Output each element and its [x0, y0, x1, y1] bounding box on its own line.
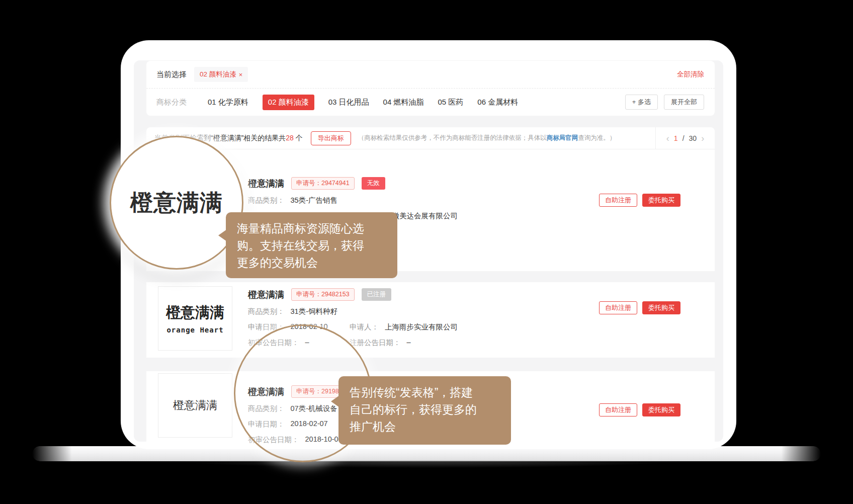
filter-card: 当前选择 02 颜料油漆 × 全部清除 商标分类 01 化学原料 02 颜料油漆… — [146, 61, 715, 116]
magnified-trademark-text: 橙意满满 — [130, 188, 223, 218]
multi-select-button[interactable]: + 多选 — [625, 95, 658, 110]
page-separator: / — [683, 134, 685, 142]
results-count-suffix: 个 — [294, 134, 303, 142]
reg-publication-col: 注册公告日期： – — [350, 338, 411, 348]
current-page: 1 — [674, 134, 678, 142]
category-item-02-selected[interactable]: 02 颜料油漆 — [263, 95, 314, 110]
result-row-2: 橙意满满 orange Heart 橙意满满 申请号：29482153 已注册 … — [146, 282, 715, 358]
applicant-col: 申请人： 上海雨步实业有限公司 — [350, 322, 458, 332]
tooltip-line: 推广机会 — [350, 418, 500, 435]
result-2-actions: 自助注册 委托购买 — [599, 301, 680, 314]
next-page-icon[interactable]: › — [701, 134, 704, 143]
category-item-04[interactable]: 04 燃料油脂 — [383, 98, 424, 107]
category-item-01[interactable]: 01 化学原料 — [208, 98, 248, 107]
remove-tag-icon[interactable]: × — [239, 71, 243, 78]
category-bar-label: 商标分类 — [156, 98, 187, 107]
trademark-image-3: 橙意满满 — [158, 373, 232, 438]
category-bar: 商标分类 01 化学原料 02 颜料油漆 03 日化用品 04 燃料油脂 05 … — [146, 88, 715, 116]
results-disclaimer: （商标检索结果仅供参考，不作为商标能否注册的法律依据；具体以商标局官网查询为准。… — [358, 134, 616, 142]
status-badge-registered: 已注册 — [362, 288, 392, 301]
trademark-image-3-text: 橙意满满 — [173, 398, 217, 413]
selected-filter-tag[interactable]: 02 颜料油漆 × — [194, 67, 248, 82]
clear-all-button[interactable]: 全部清除 — [677, 70, 704, 79]
tooltip-line: 告别传统“发表格”，搭建 — [350, 384, 500, 401]
category-item-05[interactable]: 05 医药 — [438, 98, 463, 107]
trademark-name[interactable]: 橙意满满 — [248, 289, 284, 301]
result-1-content: 橙意满满 申请号：29474941 无效 商品类别： 35类-广告销售 申请日期… — [248, 149, 715, 221]
entrust-buy-button[interactable]: 委托购买 — [642, 194, 680, 207]
disclaimer-prefix: （商标检索结果仅供参考，不作为商标能否注册的法律依据；具体以 — [358, 134, 547, 141]
status-badge-invalid: 无效 — [362, 177, 385, 190]
tooltip-arrow-left-icon — [331, 395, 339, 407]
selected-filter-tag-text: 02 颜料油漆 — [200, 70, 236, 79]
category-item-06[interactable]: 06 金属材料 — [477, 98, 518, 107]
laptop-base-shadow — [60, 460, 793, 471]
tooltip-arrow-left-icon — [218, 229, 227, 241]
self-register-button[interactable]: 自助注册 — [599, 194, 637, 207]
result-3-actions: 自助注册 委托购买 — [599, 403, 680, 416]
current-selection-label: 当前选择 — [156, 70, 187, 79]
prev-page-icon[interactable]: ‹ — [666, 134, 669, 143]
current-selection-bar: 当前选择 02 颜料油漆 × 全部清除 — [146, 61, 715, 88]
row-separator — [146, 358, 715, 371]
category-items: 01 化学原料 02 颜料油漆 03 日化用品 04 燃料油脂 05 医药 06… — [208, 95, 518, 110]
application-number-value: 29474941 — [321, 180, 350, 187]
reg-publication-value: – — [407, 338, 411, 348]
trademark-image-2-subtext: orange Heart — [166, 326, 223, 334]
entrust-buy-button[interactable]: 委托购买 — [642, 403, 680, 416]
result-2-title-line: 橙意满满 申请号：29482153 已注册 — [248, 288, 715, 301]
category-value: 35类-广告销售 — [291, 196, 337, 205]
result-1-actions: 自助注册 委托购买 — [599, 194, 680, 207]
category-actions: + 多选 展开全部 — [625, 95, 704, 110]
trademark-image-2: 橙意满满 orange Heart — [158, 286, 232, 351]
tooltip-line: 更多的交易机会 — [237, 254, 386, 271]
applicant-value: 上海雨步实业有限公司 — [385, 322, 458, 332]
category-label: 商品类别： — [248, 307, 285, 316]
pagination: ‹ 1 / 30 › — [655, 127, 715, 149]
results-count: 28 — [286, 134, 294, 142]
tooltip-line: 购。支持在线交易，获得 — [237, 237, 386, 254]
application-number-pill: 申请号：29474941 — [291, 177, 355, 190]
tooltip-promotion: 告别传统“发表格”，搭建 自己的标行，获得更多的 推广机会 — [338, 376, 511, 445]
export-trademarks-button[interactable]: 导出商标 — [311, 131, 351, 145]
application-number-label: 申请号： — [296, 291, 321, 298]
expand-all-button[interactable]: 展开全部 — [664, 95, 704, 110]
self-register-button[interactable]: 自助注册 — [599, 301, 637, 314]
magnifier-circle-trademark: 橙意满满 — [110, 136, 243, 270]
trademark-image-2-text: 橙意满满 — [166, 303, 224, 323]
trademark-office-link[interactable]: 商标局官网 — [547, 134, 578, 141]
category-value: 31类-饲料种籽 — [291, 307, 337, 316]
tooltip-line: 自己的标行，获得更多的 — [350, 401, 500, 418]
total-pages: 30 — [689, 134, 697, 142]
result-1-title-line: 橙意满满 申请号：29474941 无效 — [248, 177, 715, 190]
category-item-03[interactable]: 03 日化用品 — [328, 98, 369, 107]
application-number-value: 29482153 — [321, 291, 350, 298]
self-register-button[interactable]: 自助注册 — [599, 403, 637, 416]
application-number-label: 申请号： — [296, 180, 321, 187]
entrust-buy-button[interactable]: 委托购买 — [642, 301, 680, 314]
category-label: 商品类别： — [248, 196, 285, 205]
applicant-label: 申请人： — [350, 322, 379, 332]
application-number-pill: 申请号：29482153 — [291, 288, 355, 301]
reg-publication-label: 注册公告日期： — [350, 338, 401, 348]
disclaimer-suffix: 查询为准。） — [578, 134, 616, 141]
tooltip-line: 海量精品商标资源随心选 — [237, 220, 386, 237]
results-header: 当前类别下检索到“橙意满满”相关的结果共28 个 导出商标 （商标检索结果仅供参… — [146, 127, 715, 149]
trademark-name[interactable]: 橙意满满 — [248, 178, 284, 190]
tooltip-marketplace: 海量精品商标资源随心选 购。支持在线交易，获得 更多的交易机会 — [226, 212, 397, 278]
